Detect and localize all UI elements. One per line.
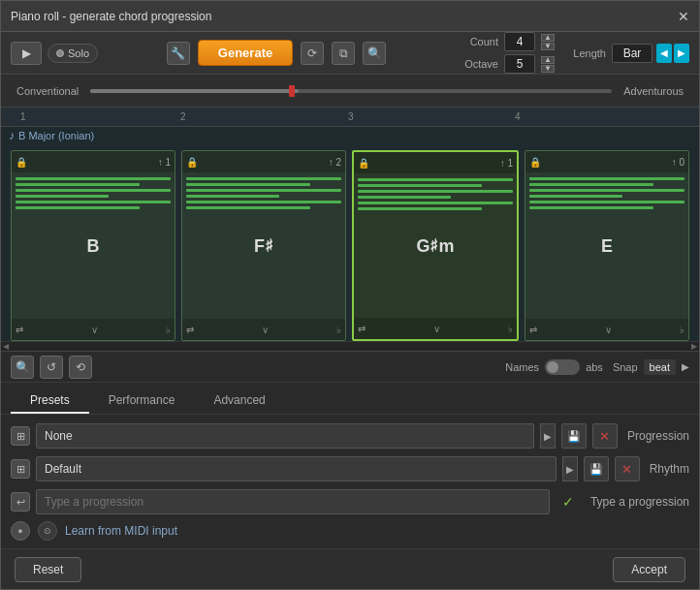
slider-track[interactable] bbox=[90, 89, 612, 93]
length-value[interactable]: Bar bbox=[612, 44, 652, 63]
scale-name: B Major (Ionian) bbox=[18, 130, 94, 141]
learn-midi-icon[interactable]: ⊙ bbox=[38, 521, 57, 541]
tab-performance-label: Performance bbox=[109, 393, 175, 407]
chord-notes-2: G♯m bbox=[354, 173, 517, 318]
note-line bbox=[16, 189, 171, 192]
preset-type-row: ↩ ✓ Type a progression bbox=[11, 488, 689, 515]
chord-header-1: 🔒 ↑ 2 bbox=[182, 151, 345, 172]
wrench-button[interactable]: 🔧 bbox=[167, 42, 190, 65]
note-line bbox=[186, 183, 310, 186]
tab-presets[interactable]: Presets bbox=[11, 388, 89, 414]
length-right-arrow[interactable]: ▶ bbox=[674, 44, 689, 63]
preset-expand-arrow-0[interactable]: ▶ bbox=[540, 423, 556, 449]
octave-value[interactable]: 5 bbox=[504, 54, 535, 74]
tab-advanced-label: Advanced bbox=[213, 393, 265, 407]
tab-presets-label: Presets bbox=[30, 393, 70, 407]
chord-block-3[interactable]: 🔒 ↑ 0 E ⇄ ∨ ♭ bbox=[525, 150, 689, 341]
foot-icon-20: ⇄ bbox=[358, 324, 366, 334]
type-progression-input[interactable] bbox=[36, 489, 550, 514]
foot-icon-30: ⇄ bbox=[529, 325, 537, 335]
reset-button[interactable]: Reset bbox=[15, 557, 81, 582]
preset-save-1[interactable]: 💾 bbox=[584, 456, 609, 481]
solo-button[interactable]: Solo bbox=[48, 44, 98, 63]
preset-delete-1[interactable]: ✕ bbox=[615, 456, 640, 481]
abs-label: abs bbox=[586, 361, 603, 373]
chord-block-1[interactable]: 🔒 ↑ 2 F♯ ⇄ ∨ ♭ bbox=[181, 150, 346, 341]
count-down-arrow[interactable]: ▼ bbox=[541, 43, 555, 50]
note-line bbox=[529, 183, 653, 186]
horizontal-scrollbar[interactable]: ◀ ▶ bbox=[1, 341, 699, 351]
count-up-arrow[interactable]: ▲ bbox=[541, 34, 555, 42]
chord-header-0: 🔒 ↑ 1 bbox=[12, 151, 175, 172]
main-window: Piano roll - generate chord progression … bbox=[0, 0, 700, 590]
snap-value[interactable]: beat bbox=[644, 359, 676, 375]
preset-name-field-0[interactable] bbox=[36, 423, 534, 449]
note-line bbox=[186, 189, 341, 192]
wrench-icon: 🔧 bbox=[171, 47, 185, 60]
foot-icon-11: ∨ bbox=[262, 325, 269, 335]
chords-container: 🔒 ↑ 1 B ⇄ ∨ ♭ bbox=[11, 150, 689, 341]
copy-icon: ⧉ bbox=[339, 47, 348, 60]
count-value[interactable]: 4 bbox=[504, 32, 535, 51]
foot-icon-31: ∨ bbox=[605, 325, 612, 335]
chord-footer-1: ⇄ ∨ ♭ bbox=[182, 319, 345, 340]
bottom-toolbar: 🔍 ↺ ⟲ Names abs Snap bbox=[1, 352, 699, 383]
preset-icon-0[interactable]: ⊞ bbox=[11, 426, 30, 446]
tabs-row: Presets Performance Advanced bbox=[1, 383, 699, 415]
learn-text[interactable]: Learn from MIDI input bbox=[65, 524, 177, 538]
reset-view-button[interactable]: ↺ bbox=[40, 356, 63, 379]
chord-notes-0: B bbox=[12, 172, 175, 319]
scroll-left-arrow[interactable]: ◀ bbox=[3, 342, 9, 351]
chord-block-2[interactable]: 🔒 ↑ 1 G♯m ⇄ ∨ ♭ bbox=[352, 150, 519, 341]
octave-down-arrow[interactable]: ▼ bbox=[541, 65, 555, 73]
refresh-button[interactable]: ⟳ bbox=[301, 42, 324, 65]
toolbar-right: Count 4 ▲ ▼ Octave 5 ▲ ▼ Leng bbox=[455, 32, 689, 74]
preset-save-0[interactable]: 💾 bbox=[561, 423, 587, 449]
tab-advanced[interactable]: Advanced bbox=[194, 388, 284, 414]
foot-icon-21: ∨ bbox=[433, 324, 440, 334]
search-button[interactable]: 🔍 bbox=[363, 42, 386, 65]
preset-check[interactable]: ✓ bbox=[556, 489, 581, 514]
preset-type-icon[interactable]: ↩ bbox=[11, 492, 30, 512]
solo-dot bbox=[56, 49, 64, 57]
count-row: Count 4 ▲ ▼ bbox=[455, 32, 555, 51]
scroll-right-arrow[interactable]: ▶ bbox=[691, 342, 697, 351]
chord-name-2: G♯m bbox=[416, 235, 454, 257]
note-line bbox=[186, 206, 310, 209]
chord-block-0[interactable]: 🔒 ↑ 1 B ⇄ ∨ ♭ bbox=[11, 150, 175, 341]
play-button[interactable]: ▶ bbox=[11, 42, 42, 65]
zoom-button[interactable]: 🔍 bbox=[11, 356, 34, 379]
preset-name-field-1[interactable] bbox=[36, 456, 557, 481]
chord-notes-1: F♯ bbox=[182, 172, 345, 319]
length-left-arrow[interactable]: ◀ bbox=[656, 44, 672, 63]
learn-icon[interactable]: ● bbox=[11, 521, 30, 541]
generate-button[interactable]: Generate bbox=[198, 40, 293, 66]
tab-performance[interactable]: Performance bbox=[89, 388, 195, 414]
names-group: Names abs bbox=[505, 359, 603, 375]
title-bar: Piano roll - generate chord progression … bbox=[1, 1, 699, 32]
lock-icon-2: 🔒 bbox=[358, 158, 369, 169]
chord-footer-2: ⇄ ∨ ♭ bbox=[354, 318, 517, 339]
snap-arrow[interactable]: ▶ bbox=[682, 361, 689, 372]
accept-button[interactable]: Accept bbox=[613, 557, 685, 582]
undo-button[interactable]: ⟲ bbox=[69, 356, 92, 379]
preset-type-label-0: Progression bbox=[627, 429, 689, 443]
preset-delete-0[interactable]: ✕ bbox=[592, 423, 618, 449]
note-line bbox=[16, 195, 109, 198]
note-line bbox=[529, 195, 622, 198]
toolbar: ▶ Solo 🔧 Generate ⟳ ⧉ 🔍 bbox=[1, 32, 699, 75]
copy-button[interactable]: ⧉ bbox=[332, 42, 355, 65]
names-toggle[interactable] bbox=[545, 359, 580, 375]
note-line bbox=[358, 207, 482, 210]
preset-expand-arrow-1[interactable]: ▶ bbox=[562, 456, 578, 481]
note-line bbox=[16, 183, 140, 186]
note-line bbox=[186, 195, 279, 198]
octave-up-arrow[interactable]: ▲ bbox=[541, 56, 555, 64]
lock-icon-3: 🔒 bbox=[529, 157, 541, 168]
note-line bbox=[16, 201, 171, 203]
count-label: Count bbox=[455, 36, 498, 47]
foot-icon-0: ⇄ bbox=[16, 325, 23, 335]
learn-row: ● ⊙ Learn from MIDI input bbox=[11, 521, 689, 541]
preset-icon-1[interactable]: ⊞ bbox=[11, 459, 30, 479]
close-button[interactable]: ✕ bbox=[678, 9, 689, 24]
